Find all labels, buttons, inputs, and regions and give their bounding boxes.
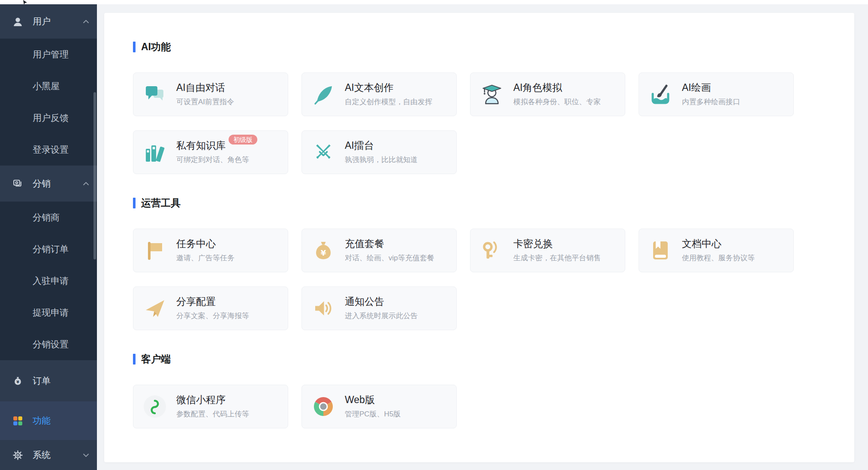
card-share-config[interactable]: 分享配置 分享文案、分享海报等 <box>133 286 288 330</box>
card-ai-drawing[interactable]: AI绘画 内置多种绘画接口 <box>639 72 794 116</box>
sidebar-item-withdraw-application[interactable]: 提现申请 <box>0 297 97 328</box>
card-ai-free-chat[interactable]: AI自由对话 可设置AI前置指令 <box>133 72 288 116</box>
card-title: 私有知识库 初级版 <box>176 140 257 151</box>
sidebar-item-label: 功能 <box>33 415 51 427</box>
card-subtitle: 可设置AI前置指令 <box>176 97 234 107</box>
swords-icon <box>311 140 336 165</box>
card-subtitle: 对话、绘画、vip等充值套餐 <box>345 253 434 263</box>
card-title: 文档中心 <box>682 238 755 249</box>
card-wechat-miniprogram[interactable]: 微信小程序 参数配置、代码上传等 <box>133 385 288 428</box>
svg-text:¥: ¥ <box>16 380 19 384</box>
card-title: 分享配置 <box>176 296 249 307</box>
flag-icon <box>142 238 167 263</box>
title-accent-bar <box>133 42 136 52</box>
card-recharge-packages[interactable]: ¥ 充值套餐 对话、绘画、vip等充值套餐 <box>301 229 457 272</box>
user-icon <box>12 16 23 27</box>
card-subtitle: 模拟各种身份、职位、专家 <box>513 97 601 107</box>
card-title: AI擂台 <box>345 140 418 151</box>
speaker-icon <box>311 296 336 321</box>
moneybag-icon: ¥ <box>311 238 336 263</box>
books-icon <box>142 140 167 165</box>
section-operation-tools: 运营工具 任务中心 邀请、广告等任务 <box>133 197 854 330</box>
svg-text:¥: ¥ <box>321 248 326 257</box>
sidebar-item-blackroom[interactable]: 小黑屋 <box>0 70 97 102</box>
sidebar-group-distribution[interactable]: 分销 <box>0 166 97 202</box>
sidebar-item-user-manage[interactable]: 用户管理 <box>0 39 97 70</box>
top-navbar-edge <box>0 0 868 4</box>
card-title: AI文本创作 <box>345 82 432 93</box>
sidebar-group-system[interactable]: 系统 <box>0 440 97 470</box>
card-subtitle: 管理PC版、H5版 <box>345 409 401 419</box>
paperplane-icon <box>142 296 167 321</box>
card-subtitle: 可绑定到对话、角色等 <box>176 155 257 165</box>
graduate-icon <box>479 82 504 107</box>
sidebar-item-label: 订单 <box>33 375 51 387</box>
section-title-text: 客户端 <box>141 352 171 366</box>
card-subtitle: 孰强孰弱，比比就知道 <box>345 155 418 165</box>
card-title: AI自由对话 <box>176 82 234 93</box>
sidebar-item-features[interactable]: 功能 <box>0 401 97 440</box>
sidebar-item-distribution-settings[interactable]: 分销设置 <box>0 328 97 360</box>
card-title: 卡密兑换 <box>513 238 601 249</box>
card-subtitle: 使用教程、服务协议等 <box>682 253 755 263</box>
section-title: 运营工具 <box>133 197 854 208</box>
card-private-knowledge-base[interactable]: 私有知识库 初级版 可绑定到对话、角色等 <box>133 130 288 174</box>
card-subtitle: 分享文案、分享海报等 <box>176 311 249 321</box>
sidebar-group-user[interactable]: 用户 <box>0 4 97 39</box>
card-subtitle: 进入系统时展示此公告 <box>345 311 418 321</box>
feather-icon <box>311 82 336 107</box>
key-icon <box>479 238 504 263</box>
sidebar-item-distributors[interactable]: 分销商 <box>0 202 97 233</box>
chevron-up-icon <box>83 182 89 186</box>
chevron-down-icon <box>83 453 89 457</box>
sidebar-item-orders[interactable]: ¥ 订单 <box>0 360 97 401</box>
section-title: 客户端 <box>133 353 854 365</box>
card-subtitle: 邀请、广告等任务 <box>176 253 235 263</box>
card-title: AI角色模拟 <box>513 82 601 93</box>
sidebar-item-distribution-orders[interactable]: 分销订单 <box>0 233 97 265</box>
card-ai-text-creation[interactable]: AI文本创作 自定义创作模型，自由发挥 <box>301 72 457 116</box>
sidebar-scrollbar[interactable] <box>93 92 96 259</box>
sidebar-item-entry-application[interactable]: 入驻申请 <box>0 265 97 297</box>
chevron-up-icon <box>83 20 89 24</box>
card-ai-role-simulation[interactable]: AI角色模拟 模拟各种身份、职位、专家 <box>470 72 625 116</box>
wechat-mini-icon <box>142 394 167 419</box>
card-subtitle: 自定义创作模型，自由发挥 <box>345 97 432 107</box>
sidebar-group-label: 分销 <box>33 178 51 190</box>
chat-icon <box>142 82 167 107</box>
card-ai-arena[interactable]: AI擂台 孰强孰弱，比比就知道 <box>301 130 457 174</box>
sidebar-item-login-settings[interactable]: 登录设置 <box>0 134 97 166</box>
title-accent-bar <box>133 198 136 208</box>
card-web-version[interactable]: Web版 管理PC版、H5版 <box>301 385 457 428</box>
card-title: 通知公告 <box>345 296 418 307</box>
card-title: 任务中心 <box>176 238 235 249</box>
card-subtitle: 内置多种绘画接口 <box>682 97 740 107</box>
docbook-icon <box>648 238 673 263</box>
card-title: Web版 <box>345 394 401 405</box>
sidebar-group-label: 用户 <box>33 15 51 27</box>
card-document-center[interactable]: 文档中心 使用教程、服务协议等 <box>639 229 794 272</box>
paint-icon <box>648 82 673 107</box>
sidebar: 用户 用户管理 小黑屋 用户反馈 登录设置 分销 分销商 分销订单 入驻申请 提… <box>0 4 97 470</box>
card-announcements[interactable]: 通知公告 进入系统时展示此公告 <box>301 286 457 330</box>
section-clients: 客户端 微信小程序 参数配置、代码上传等 <box>133 353 854 428</box>
content-panel: AI功能 AI自由对话 可设置AI前置指令 <box>104 13 854 462</box>
card-title: 微信小程序 <box>176 394 249 405</box>
sidebar-group-label: 系统 <box>33 449 51 461</box>
distribution-icon <box>12 178 23 189</box>
card-card-key-exchange[interactable]: 卡密兑换 生成卡密，在其他平台销售 <box>470 229 625 272</box>
card-task-center[interactable]: 任务中心 邀请、广告等任务 <box>133 229 288 272</box>
section-title-text: AI功能 <box>141 40 171 54</box>
version-badge: 初级版 <box>229 135 257 145</box>
card-subtitle: 生成卡密，在其他平台销售 <box>513 253 601 263</box>
chrome-icon <box>311 394 336 419</box>
section-title-text: 运营工具 <box>141 196 181 210</box>
order-moneybag-icon: ¥ <box>12 375 23 386</box>
section-ai-features: AI功能 AI自由对话 可设置AI前置指令 <box>133 41 854 174</box>
mouse-cursor <box>22 0 28 5</box>
title-accent-bar <box>133 354 136 365</box>
sidebar-item-user-feedback[interactable]: 用户反馈 <box>0 102 97 134</box>
card-subtitle: 参数配置、代码上传等 <box>176 409 249 419</box>
card-title: 充值套餐 <box>345 238 434 249</box>
section-title: AI功能 <box>133 41 854 52</box>
